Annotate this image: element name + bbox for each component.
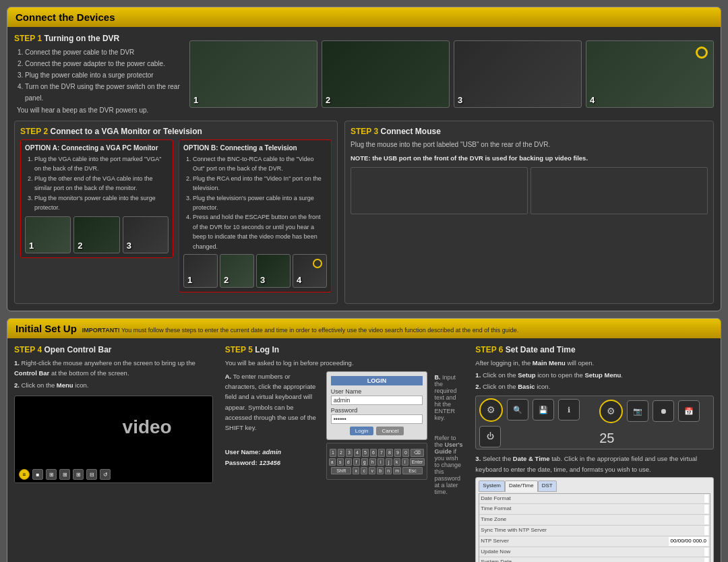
step3-image-1 [351,167,528,214]
keyboard-row-3: Shift x c v b n m Esc [331,467,423,474]
step3-word: STEP 3 [351,127,380,136]
key-0[interactable]: 0 [402,449,409,457]
calendar-num: 25 [599,427,614,449]
step1-image-1: 1 [189,40,317,108]
logout-icon[interactable]: ⏻ [479,426,501,447]
key-shift[interactable]: Shift [331,467,351,474]
field-ntp-server: NTP Server 00/00/00 000.0 [479,536,710,547]
field-time-zone: Time Zone [479,515,710,526]
key-m[interactable]: m [393,467,401,474]
key-d[interactable]: d [345,458,352,466]
key-6[interactable]: 6 [370,449,377,457]
camera-icon[interactable]: 📷 [627,400,648,422]
tab-datetime[interactable]: Date/Time [505,480,538,492]
step2-section: STEP 2 Connect to a VGA Monitor or Telev… [14,121,338,304]
key-7[interactable]: 7 [378,449,385,457]
option-b-image-1: 1 [183,254,218,288]
step3-title: STEP 3 Connect Mouse [351,127,708,136]
schedule-icon[interactable]: 📅 [678,400,700,422]
grid9-button[interactable]: ⊞ [59,469,70,480]
cancel-button[interactable]: Cancel [376,427,404,435]
grid-alt-button[interactable]: ⊟ [86,469,97,480]
step2-options: OPTION A: Connecting a VGA PC Monitor Pl… [20,139,332,298]
step4-inst-2: 2. Click on the Menu icon. [14,380,213,390]
record-icon[interactable]: ⏺ [653,400,674,422]
step1-image-4: 4 [586,40,714,108]
step6-word: STEP 6 [475,345,505,354]
step1-image-2: 2 [322,40,450,108]
option-b-image-2: 2 [220,254,254,288]
key-b[interactable]: b [377,467,384,474]
key-5[interactable]: 5 [362,449,369,457]
option-a-box: OPTION A: Connecting a VGA PC Monitor Pl… [20,139,173,258]
step1-note: You will hear a beep as the DVR powers u… [14,106,183,114]
field-system-date: System Date [479,557,710,562]
keyboard-row-2: a s d f g h i j k l [329,458,425,466]
key-9[interactable]: 9 [394,449,401,457]
key-8[interactable]: 8 [386,449,393,457]
field-ntp-sync: Sync Time with NTP Server [479,526,710,536]
step6-rest: Set Date and Time [506,345,576,354]
key-1[interactable]: 1 [330,449,336,457]
connect-devices-title: Connect the Devices [16,11,115,23]
key-enter[interactable]: Enter [410,458,425,466]
key-i[interactable]: i [377,458,384,466]
search-icon-menu[interactable]: 🔍 [507,399,528,420]
key-c[interactable]: c [361,467,367,474]
important-text: You must follow these steps to enter the… [121,327,518,334]
step23-row: STEP 2 Connect to a VGA Monitor or Telev… [14,121,714,304]
info-icon[interactable]: ℹ [558,399,580,420]
key-x[interactable]: x [353,467,359,474]
key-l[interactable]: l [402,458,408,466]
step4-col: STEP 4 Open Control Bar 1. Right-click t… [14,345,213,562]
key-k[interactable]: k [394,458,400,466]
setup-icon[interactable]: ⚙ [479,398,503,422]
key-4[interactable]: 4 [354,449,361,457]
option-a-images: 1 2 3 [25,216,169,253]
step2-word: STEP 2 [20,127,50,136]
key-s[interactable]: s [337,458,344,466]
refresh-button[interactable]: ↺ [100,469,111,480]
key-j[interactable]: j [386,458,392,466]
key-n[interactable]: n [385,467,392,474]
key-2[interactable]: 2 [338,449,344,457]
option-b-step-2: Plug the RCA end into the "Video In" por… [193,174,327,193]
basic-icon[interactable]: ⚙ [599,400,623,423]
step5-rest: Log In [255,345,279,354]
login-box-title: LOGIN [331,376,423,385]
menu-icon-button[interactable]: ≡ [19,469,30,480]
key-v[interactable]: v [369,467,375,474]
grid4-button[interactable]: ⊞ [46,469,57,480]
step5-refer-note: Refer to the User's Guide if you wish to… [434,435,463,495]
option-a-step-2: Plug the other end of the VGA cable into… [34,174,169,193]
tab-dst[interactable]: DST [538,480,557,492]
login-instructions: A. To enter numbers or characters, click… [225,371,320,495]
key-h[interactable]: h [369,458,376,466]
key-a[interactable]: a [329,458,336,466]
initial-steps-row: STEP 4 Open Control Bar 1. Right-click t… [14,345,714,562]
initial-setup-title: Initial Set Up [16,323,77,334]
login-section: A. To enter numbers or characters, click… [225,371,464,495]
tab-system[interactable]: System [479,480,505,492]
login-button[interactable]: Login [350,427,374,435]
menu-icons-row2: ⚙ 📷 ⏺ 📅 25 [599,400,710,449]
backup-icon[interactable]: 💾 [533,399,554,420]
grid16-button[interactable]: ⊞ [73,469,84,480]
step6-title: STEP 6 Set Date and Time [475,345,714,354]
setup-menu-screenshot: ⚙ 🔍 💾 ℹ ⏻ ⚙ 📷 ⏺ 📅 25 [475,396,714,449]
key-3[interactable]: 3 [346,449,353,457]
key-g[interactable]: g [361,458,368,466]
stop-button[interactable]: ■ [32,469,43,480]
step1-text: STEP 1 Turning on the DVR Connect the po… [14,34,183,114]
option-b-step-3: Plug the television's power cable into a… [193,193,327,213]
step1-instruction-4: Turn on the DVR using the power switch o… [25,81,183,104]
key-f[interactable]: f [353,458,360,466]
video-preview: video ≡ ■ ⊞ ⊞ ⊞ ⊟ ↺ [14,396,213,483]
option-b-title: OPTION B: Connecting a Television [183,144,327,152]
option-a-image-3: 3 [123,216,169,253]
key-backspace[interactable]: ⌫ [411,449,424,457]
initial-setup-body: STEP 4 Open Control Bar 1. Right-click t… [7,338,721,562]
step5-part-b: B. Input the required text and hit the E… [434,374,463,495]
key-esc[interactable]: Esc [402,467,423,474]
option-a-step-1: Plug the VGA cable into the port marked … [34,154,169,174]
